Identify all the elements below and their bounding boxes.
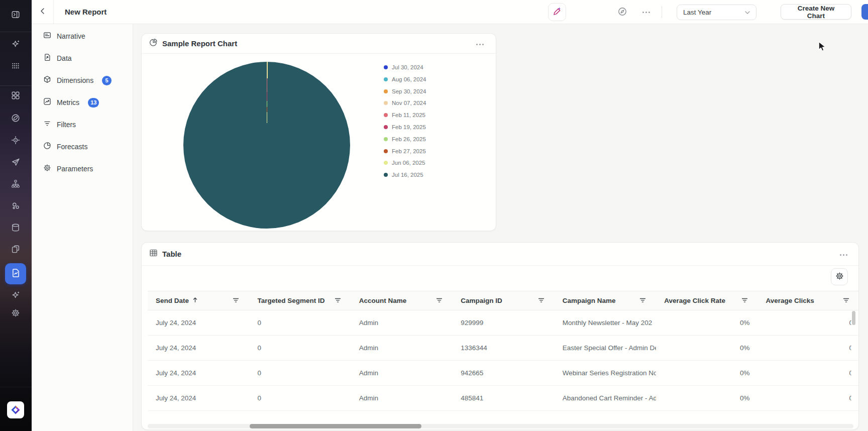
rail-ai-button[interactable]	[6, 35, 26, 55]
explore-compass-button[interactable]	[614, 4, 630, 20]
rail-sparkle-button[interactable]	[6, 286, 26, 306]
sidebar-item-forecasts[interactable]: Forecasts	[38, 138, 129, 156]
legend-item[interactable]: Jul 16, 2025	[384, 171, 426, 178]
rail-apps-button[interactable]	[6, 57, 26, 77]
cell-campaign-name: Webinar Series Registration No	[555, 361, 656, 385]
app-root: New Report Last Year Create New Chart Sa…	[0, 0, 868, 431]
sidebar-item-narrative[interactable]: Narrative	[38, 27, 129, 45]
chart-card-menu-button[interactable]	[473, 37, 487, 51]
cell-average-clicks: 0	[758, 386, 859, 410]
cell-account-name: Admin	[351, 386, 453, 410]
legend-item[interactable]: Nov 07, 2024	[384, 99, 426, 106]
forecast-pie-icon	[43, 142, 51, 152]
sidebar-item-filters[interactable]: Filters	[38, 116, 129, 134]
table-settings-button[interactable]	[831, 268, 848, 285]
filter-icon[interactable]	[639, 297, 650, 304]
filter-icon[interactable]	[335, 297, 345, 304]
rail-locate-button[interactable]	[6, 131, 26, 151]
column-header-average-clicks[interactable]: Average Clicks	[758, 291, 859, 310]
filter-icon[interactable]	[233, 297, 243, 304]
sidebar-item-metrics[interactable]: Metrics 13	[38, 93, 129, 112]
column-header-targeted-segment-id[interactable]: Targeted Segment ID	[249, 291, 351, 310]
column-header-campaign-name[interactable]: Campaign Name	[555, 291, 656, 310]
back-button[interactable]	[32, 0, 54, 24]
header-divider	[662, 6, 662, 18]
filter-icon[interactable]	[436, 297, 447, 304]
filter-lines-icon	[43, 120, 51, 130]
rail-hierarchy-button[interactable]	[6, 175, 26, 195]
cell-campaign-name: Monthly Newsletter - May 202	[555, 310, 656, 335]
cell-targeted-segment-id: 0	[249, 310, 351, 335]
rail-copy-button[interactable]	[6, 240, 26, 260]
create-new-chart-button[interactable]: Create New Chart	[781, 4, 851, 20]
sidebar-item-data[interactable]: Data	[38, 49, 129, 67]
legend-item[interactable]: Jun 06, 2025	[384, 159, 426, 166]
vertical-scrollbar[interactable]	[852, 311, 855, 325]
legend-item[interactable]: Jul 30, 2024	[384, 64, 426, 71]
table-card-title: Table	[162, 250, 181, 258]
page-title: New Report	[65, 0, 106, 24]
legend-swatch	[384, 161, 388, 165]
cell-send-date: July 24, 2024	[148, 310, 249, 335]
report-sidebar: Narrative Data Dimensions 5 Metrics 13 F…	[32, 24, 133, 431]
column-header-send-date[interactable]: Send Date	[148, 291, 249, 310]
sidebar-item-dimensions[interactable]: Dimensions 5	[38, 71, 129, 89]
sidebar-toggle-button[interactable]	[6, 6, 26, 26]
nodes-icon	[11, 201, 20, 212]
horizontal-scrollbar[interactable]	[250, 424, 421, 428]
chart-legend: Jul 30, 2024 Aug 06, 2024 Sep 30, 2024 N…	[384, 64, 426, 183]
app-logo[interactable]	[7, 401, 24, 418]
header-more-button[interactable]	[638, 4, 654, 20]
cell-account-name: Admin	[351, 361, 453, 385]
save-button[interactable]: Save	[861, 4, 868, 20]
cell-campaign-id: 929999	[453, 310, 554, 335]
legend-item[interactable]: Feb 27, 2025	[384, 148, 426, 155]
filter-icon[interactable]	[538, 297, 549, 304]
legend-swatch	[384, 137, 388, 141]
cell-campaign-id: 942665	[453, 361, 554, 385]
column-header-account-name[interactable]: Account Name	[351, 291, 453, 310]
filter-icon[interactable]	[741, 297, 752, 304]
legend-item[interactable]: Feb 11, 2025	[384, 112, 426, 119]
legend-item[interactable]: Feb 19, 2025	[384, 124, 426, 131]
cell-average-clicks: 0	[758, 336, 859, 360]
table-card-menu-button[interactable]	[836, 248, 850, 262]
sidebar-item-parameters[interactable]: Parameters	[38, 160, 129, 178]
column-header-campaign-id[interactable]: Campaign ID	[453, 291, 554, 310]
legend-swatch	[384, 101, 388, 105]
filter-icon[interactable]	[843, 297, 853, 304]
rail-database-button[interactable]	[6, 219, 26, 239]
ai-assist-button[interactable]	[548, 3, 566, 21]
cell-average-clicks: 0	[758, 310, 859, 335]
pie-chart[interactable]	[183, 62, 350, 229]
legend-item[interactable]: Sep 30, 2024	[384, 88, 426, 95]
rail-explore-button[interactable]	[6, 109, 26, 129]
legend-item[interactable]: Feb 26, 2025	[384, 136, 426, 143]
gear-icon	[11, 308, 20, 319]
hierarchy-icon	[11, 179, 20, 190]
table-card-header: Table	[142, 243, 858, 266]
legend-swatch	[384, 77, 388, 81]
rail-dashboard-button[interactable]	[6, 86, 26, 106]
apps-grid-icon	[11, 61, 20, 72]
cell-average-click-rate: 0%	[656, 310, 757, 335]
chevron-down-icon	[745, 9, 750, 16]
cell-send-date: July 24, 2024	[148, 386, 249, 410]
legend-swatch	[384, 149, 388, 153]
ellipsis-icon	[840, 254, 847, 256]
table-row[interactable]: July 24, 2024 0 Admin 942665 Webinar Ser…	[148, 361, 859, 386]
send-icon	[11, 158, 20, 169]
table-row[interactable]: July 24, 2024 0 Admin 929999 Monthly New…	[148, 310, 859, 336]
legend-item[interactable]: Aug 06, 2024	[384, 76, 426, 83]
rail-divider	[0, 32, 32, 32]
rail-send-button[interactable]	[6, 153, 26, 173]
rail-nodes-button[interactable]	[6, 197, 26, 217]
date-range-select[interactable]: Last Year	[677, 5, 756, 20]
table-row[interactable]: July 24, 2024 0 Admin 485841 Abandoned C…	[148, 386, 859, 411]
table-row[interactable]: July 24, 2024 0 Admin 1336344 Easter Spe…	[148, 336, 859, 361]
mouse-cursor	[818, 41, 827, 54]
pie-chart-icon	[149, 38, 158, 49]
rail-settings-button[interactable]	[6, 304, 26, 324]
column-header-average-click-rate[interactable]: Average Click Rate	[656, 291, 757, 310]
rail-reports-button-active[interactable]	[5, 263, 26, 284]
